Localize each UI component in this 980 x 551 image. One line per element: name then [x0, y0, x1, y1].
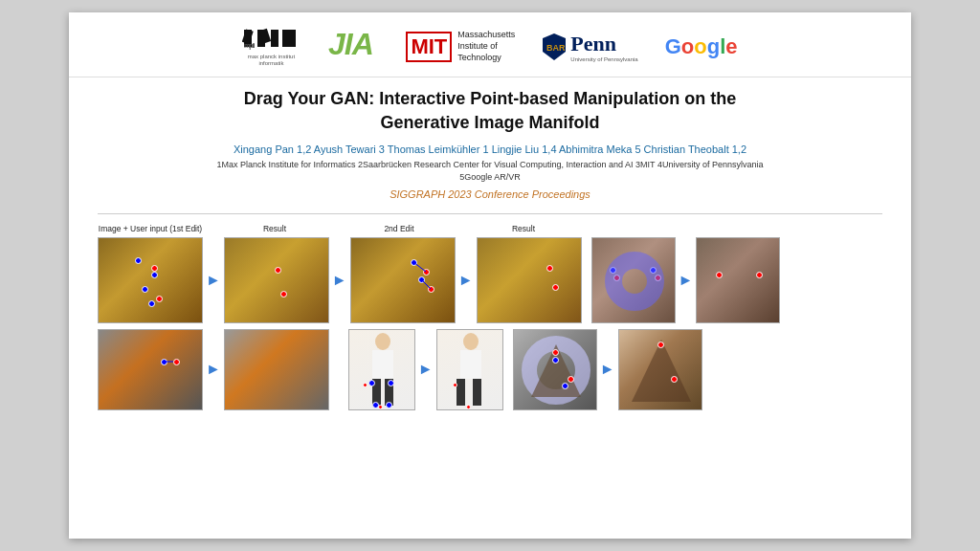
arrow-7: ►: [597, 361, 618, 378]
mit-label: Massachusetts Institute of Technology: [457, 30, 515, 63]
svg-rect-4: [271, 30, 278, 47]
affiliations-line: 1Max Planck Institute for Informatics 2S…: [98, 159, 882, 185]
svg-rect-5: [282, 30, 296, 47]
svg-rect-21: [473, 379, 481, 406]
svg-text:mpii: mpii: [244, 42, 255, 50]
svg-point-14: [375, 333, 390, 350]
logos-bar: mpii max planck institut informatik JIA …: [69, 12, 911, 77]
lion-edit1-image: [98, 237, 203, 323]
svg-rect-15: [372, 350, 393, 379]
svg-rect-20: [457, 379, 465, 406]
cat-edit1-image: [591, 237, 676, 323]
cat-result1-image: [696, 237, 780, 323]
lion-result1-image: [224, 237, 329, 323]
car-edit1-image: [98, 329, 203, 410]
mpi-icon: mpii: [242, 26, 300, 54]
mpi-subtitle: max planck institut informatik: [248, 54, 295, 67]
svg-point-18: [463, 333, 479, 350]
penn-sub: University of Pennsylvania: [570, 56, 637, 62]
svg-rect-19: [460, 350, 481, 379]
arrow-2: ►: [329, 272, 350, 289]
arrow-1: ►: [203, 272, 224, 289]
svg-text:BAR: BAR: [546, 43, 566, 53]
logo-mpi: mpii max planck institut informatik: [242, 26, 300, 67]
mountain-edit1-image: [513, 329, 597, 410]
logo-jia: JIA: [326, 26, 379, 67]
col-label-3: 2nd Edit: [346, 224, 452, 233]
svg-point-12: [613, 260, 656, 302]
logo-google: Google: [665, 34, 738, 59]
lion-edit2-image: [350, 237, 456, 323]
conference-line: SIGGRAPH 2023 Conference Proceedings: [98, 188, 882, 200]
paper-title: Drag Your GAN: Interactive Point-based M…: [98, 87, 882, 134]
section-divider: [98, 213, 882, 214]
arrow-5: ►: [203, 361, 224, 378]
col-label-1: Image + User input (1st Edit): [98, 224, 203, 233]
col-label-2: Result: [222, 224, 327, 233]
arrow-6: ►: [415, 361, 436, 378]
col-label-4: Result: [471, 224, 576, 233]
logo-penn: BAR Penn University of Pennsylvania: [542, 32, 637, 62]
person-result1-image: [436, 329, 503, 410]
logo-mit: MIT Massachusetts Institute of Technolog…: [406, 30, 515, 63]
lion-result2-image: [477, 237, 582, 323]
svg-text:JIA: JIA: [328, 27, 373, 60]
arrow-3: ►: [456, 272, 477, 289]
arrow-4: ►: [676, 272, 697, 289]
svg-line-10: [413, 262, 426, 272]
paper-body: Drag Your GAN: Interactive Point-based M…: [69, 77, 911, 420]
svg-line-11: [421, 279, 431, 289]
authors-line: Xingang Pan 1,2 Ayush Tewari 3 Thomas Le…: [98, 143, 882, 155]
svg-marker-24: [632, 340, 691, 402]
person-edit1-image: [348, 329, 415, 410]
mit-text: MIT: [406, 32, 452, 62]
paper-container: mpii max planck institut informatik JIA …: [69, 12, 911, 539]
car-result1-image: [224, 329, 329, 410]
mountain-result1-image: [618, 329, 702, 410]
